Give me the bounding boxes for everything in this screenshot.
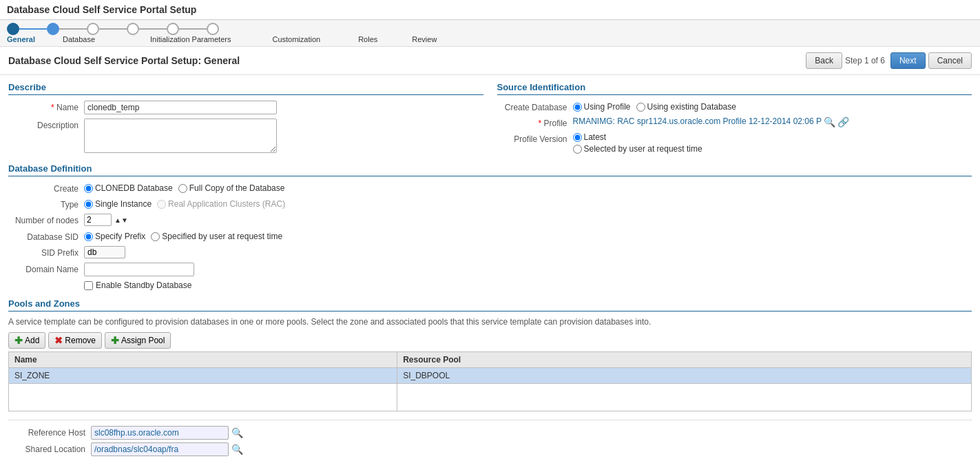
profile-value: RMANIMG: RAC spr1124.us.oracle.com Profi… <box>573 116 822 126</box>
reference-host-search-icon[interactable]: 🔍 <box>231 427 243 438</box>
nodes-spinner[interactable]: ▲▼ <box>114 216 128 224</box>
source-section: Source Identification Create Database Us… <box>497 82 972 158</box>
using-existing-radio[interactable] <box>636 103 645 112</box>
table-row[interactable]: SI_ZONE SI_DBPOOL <box>9 368 972 384</box>
latest-label: Latest <box>584 132 607 142</box>
empty-cell-1 <box>9 384 397 411</box>
reference-host-label: Reference Host <box>8 428 91 438</box>
domain-name-row: Domain Name <box>8 263 972 276</box>
specify-prefix-radio[interactable] <box>84 232 93 241</box>
empty-row <box>9 384 972 411</box>
step-label-custom[interactable]: Customization <box>272 35 320 43</box>
profile-link-icon[interactable]: 🔗 <box>837 116 849 127</box>
enable-standby-checkbox[interactable] <box>84 281 93 290</box>
profile-search-icon[interactable]: 🔍 <box>824 116 835 127</box>
step-customization[interactable] <box>127 23 139 35</box>
profile-version-row: Profile Version Latest Selected by user … <box>497 132 972 154</box>
latest-radio[interactable] <box>573 133 582 142</box>
full-copy-radio[interactable] <box>178 184 187 193</box>
selected-by-user-radio[interactable] <box>573 145 582 154</box>
table-header: Name Resource Pool <box>9 352 972 368</box>
pools-description: A service template can be configured to … <box>8 317 972 327</box>
sid-prefix-row: SID Prefix <box>8 246 972 258</box>
step-review[interactable] <box>207 23 219 35</box>
name-input[interactable] <box>84 101 277 114</box>
db-sid-row: Database SID Specify Prefix Specified by… <box>8 230 972 242</box>
step-line-3 <box>99 28 127 30</box>
clonedb-radio[interactable] <box>84 184 93 193</box>
step-circle-4 <box>127 23 139 35</box>
specify-prefix-radio-item[interactable]: Specify Prefix <box>84 232 145 241</box>
db-sid-label: Database SID <box>8 230 84 242</box>
step-line-5 <box>179 28 207 30</box>
table-header-row: Name Resource Pool <box>9 352 972 368</box>
step-roles[interactable] <box>167 23 179 35</box>
cancel-button[interactable]: Cancel <box>928 52 972 69</box>
sid-prefix-input[interactable] <box>84 246 125 258</box>
reference-host-row: Reference Host 🔍 <box>8 426 972 440</box>
step-label-database[interactable]: Database <box>63 35 95 43</box>
table-toolbar: ✚ Add ✖ Remove ✚ Assign Pool <box>8 332 972 349</box>
latest-radio-item[interactable]: Latest <box>573 132 702 142</box>
using-profile-radio[interactable] <box>573 103 582 112</box>
using-profile-radio-item[interactable]: Using Profile <box>573 102 631 112</box>
profile-row: Profile RMANIMG: RAC spr1124.us.oracle.c… <box>497 116 972 128</box>
domain-name-label: Domain Name <box>8 263 84 274</box>
specify-prefix-label: Specify Prefix <box>95 232 145 241</box>
step-label-roles[interactable]: Roles <box>358 35 377 43</box>
name-row: Name <box>8 101 483 114</box>
assign-pool-button[interactable]: ✚ Assign Pool <box>105 332 171 349</box>
add-button[interactable]: ✚ Add <box>8 332 45 349</box>
db-sid-radio-group: Specify Prefix Specified by user at requ… <box>84 230 282 241</box>
selected-by-user-label: Selected by user at request time <box>584 144 702 154</box>
selected-by-user-radio-item[interactable]: Selected by user at request time <box>573 144 702 154</box>
profile-label: Profile <box>497 116 573 128</box>
rac-radio[interactable] <box>157 200 166 209</box>
shared-location-input[interactable] <box>91 442 229 456</box>
row-resource-pool: SI_DBPOOL <box>397 368 972 384</box>
using-existing-radio-item[interactable]: Using existing Database <box>636 102 736 112</box>
step-init-params[interactable] <box>87 23 99 35</box>
specified-by-user-radio-item[interactable]: Specified by user at request time <box>151 232 282 241</box>
sid-prefix-label: SID Prefix <box>8 246 84 258</box>
next-button[interactable]: Next <box>890 52 926 69</box>
assign-pool-icon: ✚ <box>111 335 119 346</box>
pools-section: Pools and Zones A service template can b… <box>8 298 972 411</box>
remove-button[interactable]: ✖ Remove <box>48 332 102 349</box>
clonedb-label: CLONEDB Database <box>95 183 173 193</box>
clonedb-radio-item[interactable]: CLONEDB Database <box>84 183 173 193</box>
back-button[interactable]: Back <box>806 52 842 69</box>
rac-radio-item[interactable]: Real Application Clusters (RAC) <box>157 199 285 209</box>
step-label-review[interactable]: Review <box>412 35 437 43</box>
step-database[interactable] <box>47 23 59 35</box>
col-name: Name <box>9 352 397 368</box>
nodes-input[interactable] <box>84 214 112 226</box>
full-copy-radio-item[interactable]: Full Copy of the Database <box>178 183 285 193</box>
reference-host-input[interactable] <box>91 426 229 440</box>
step-label-init[interactable]: Initialization Parameters <box>150 35 231 43</box>
col-resource-pool: Resource Pool <box>397 352 972 368</box>
domain-name-input[interactable] <box>84 263 194 276</box>
describe-section: Describe Name Description <box>8 82 483 158</box>
db-definition-section: Database Definition Create CLONEDB Datab… <box>8 163 972 290</box>
remove-icon: ✖ <box>54 335 63 346</box>
step-info: Step 1 of 6 <box>845 56 885 65</box>
shared-location-row: Shared Location 🔍 <box>8 442 972 456</box>
description-input[interactable] <box>84 119 277 153</box>
specified-by-user-radio[interactable] <box>151 232 160 241</box>
specified-by-user-label: Specified by user at request time <box>162 232 282 241</box>
shared-location-search-icon[interactable]: 🔍 <box>231 444 243 455</box>
using-existing-label: Using existing Database <box>647 102 736 112</box>
step-label-general[interactable]: General <box>7 35 35 43</box>
page-header: Database Cloud Self Service Portal Setup <box>0 0 980 20</box>
wizard-steps <box>0 20 980 35</box>
step-general[interactable] <box>7 23 19 35</box>
create-db-row: Create Database Using Profile Using exis… <box>497 101 972 112</box>
bottom-section: Reference Host 🔍 Shared Location 🔍 <box>8 420 972 456</box>
toolbar-buttons: Back Step 1 of 6 Next Cancel <box>806 52 972 69</box>
single-instance-radio-item[interactable]: Single Instance <box>84 199 152 209</box>
add-label: Add <box>25 336 39 345</box>
shared-location-label: Shared Location <box>8 445 91 454</box>
step-line-1 <box>19 28 47 30</box>
single-instance-radio[interactable] <box>84 200 93 209</box>
